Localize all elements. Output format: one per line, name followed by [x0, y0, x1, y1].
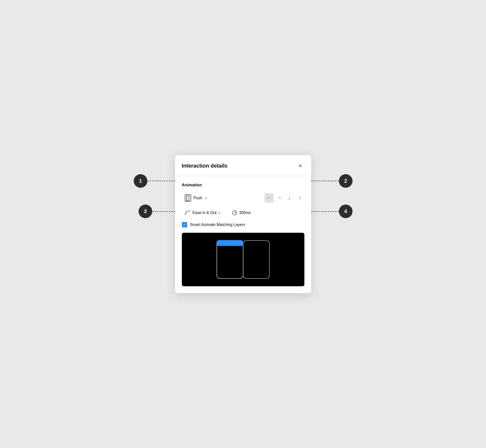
arrow-up-icon: ↑: [299, 195, 301, 200]
direction-buttons: ← → ↓ ↑: [265, 193, 304, 203]
connector-line-1: [147, 181, 175, 181]
animation-preview: [182, 233, 304, 286]
animation-icon-inner: [186, 196, 189, 201]
easing-button[interactable]: Ease in & Out ∨: [182, 208, 224, 218]
direction-right-button[interactable]: →: [275, 193, 284, 203]
close-icon: ✕: [298, 163, 302, 169]
dialog-title: Interaction details: [182, 163, 228, 169]
callout-1: 1: [134, 174, 147, 188]
arrow-down-icon: ↓: [288, 195, 291, 200]
clock-hand-minute: [235, 213, 236, 213]
animation-section-title: Animation: [182, 183, 304, 188]
clock-icon: [232, 210, 237, 215]
ease-curve-icon: [185, 210, 191, 216]
animation-type-button[interactable]: Push ∨: [182, 192, 210, 204]
duration-value: 300ms: [239, 211, 251, 215]
easing-row: Ease in & Out ∨ 300ms: [182, 208, 304, 218]
smart-animate-label: Smart Animate Matching Layers: [190, 223, 245, 227]
animation-type-row: Push ∨ ← → ↓ ↑: [182, 192, 304, 204]
preview-phone-left: [217, 240, 243, 279]
duration-section: 300ms: [232, 210, 251, 215]
animation-type-chevron: ∨: [205, 196, 207, 200]
connector-line-4: [311, 211, 339, 212]
preview-phone-left-top-bar: [216, 240, 243, 246]
connector-line-2: [311, 181, 339, 181]
smart-animate-row: ✓ Smart Animate Matching Layers: [182, 222, 304, 227]
easing-label: Ease in & Out: [193, 211, 217, 215]
close-button[interactable]: ✕: [297, 162, 304, 170]
dialog-body: Animation Push ∨ ← →: [175, 176, 311, 293]
easing-chevron: ∨: [218, 211, 221, 215]
preview-phone-right: [243, 240, 270, 279]
arrow-left-icon: ←: [267, 195, 271, 200]
direction-left-button[interactable]: ←: [265, 193, 274, 203]
animation-icon: [185, 194, 191, 202]
callout-3: 3: [139, 205, 152, 218]
arrow-right-icon: →: [277, 195, 282, 200]
checkmark-icon: ✓: [183, 223, 186, 226]
interaction-details-dialog: Interaction details ✕ Animation Push ∨: [175, 155, 311, 293]
callout-2: 2: [339, 174, 353, 188]
direction-down-button[interactable]: ↓: [285, 193, 294, 203]
direction-up-button[interactable]: ↑: [295, 193, 304, 203]
dialog-header: Interaction details ✕: [175, 155, 311, 176]
smart-animate-checkbox[interactable]: ✓: [182, 222, 187, 227]
animation-type-label: Push: [194, 196, 202, 200]
preview-phones: [217, 240, 270, 279]
callout-4: 4: [339, 205, 353, 218]
